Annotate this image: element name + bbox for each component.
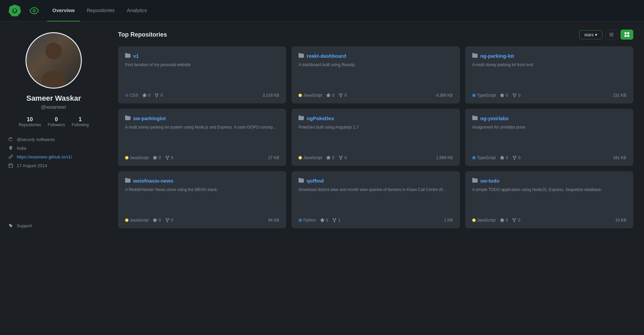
svg-rect-3 (625, 32, 627, 34)
repo-name[interactable]: sw-todo (480, 178, 500, 184)
repo-size: 1,999 KB (436, 155, 452, 160)
repo-size: 231 KB (613, 93, 626, 98)
grid-view-button[interactable] (621, 30, 633, 40)
following-label: Following (72, 123, 89, 127)
following-count: 1 (79, 116, 82, 123)
repo-name[interactable]: qoffmd (307, 178, 324, 184)
lang-dot (472, 94, 476, 97)
forks-group: 0 (338, 93, 347, 98)
eye-icon[interactable] (30, 6, 39, 15)
repo-card[interactable]: ng-ymirlabs Assignment for ymirlabs pune… (465, 109, 633, 166)
page-layout: Sameer Waskar @wsameer 10 Repositories 0… (0, 21, 644, 236)
repo-card-header: ng-ymirlabs (472, 115, 626, 122)
folder-icon (472, 115, 478, 122)
stat-following[interactable]: 1 Following (72, 116, 89, 127)
fork-count: 0 (171, 155, 173, 160)
forks-group: 0 (165, 155, 173, 160)
repo-card[interactable]: sw-todo A simple TODO application using … (465, 171, 633, 228)
repo-card[interactable]: weiofnasio-news A Reddit/Hacker News clo… (118, 171, 286, 228)
stat-repos[interactable]: 10 Repositories (19, 116, 41, 127)
repo-description: A Reddit/Hacker News clone using the MEA… (125, 187, 279, 213)
repo-grid: v1 First iteration of my personal websit… (118, 46, 633, 228)
folder-icon (472, 178, 478, 184)
lang-dot (125, 94, 128, 97)
repo-size: 94 KB (268, 218, 279, 223)
star-icon (500, 155, 504, 160)
fork-icon (512, 155, 517, 160)
repo-card-header: v1 (125, 53, 279, 59)
repos-count: 10 (27, 116, 33, 123)
website-link[interactable]: https://wsameer.github.io/v1/ (17, 154, 72, 159)
lang-name: Python (303, 218, 316, 223)
repo-description: PokeDex built using Angularjs 1.7 (299, 124, 452, 151)
username: Sameer Waskar (26, 94, 81, 103)
fork-icon (332, 218, 337, 223)
meta-company: @securly softwares (8, 137, 99, 142)
repo-card[interactable]: ng-parking-lot A multi storey parking lo… (465, 46, 633, 103)
lang-dot (472, 156, 476, 159)
star-count: 0 (148, 93, 151, 98)
followers-count: 0 (55, 116, 58, 123)
repo-footer: CSS 0 0 3,318 KB (125, 93, 279, 98)
repo-card[interactable]: ngPokeDex PokeDex built using Angularjs … (291, 109, 460, 166)
stat-followers[interactable]: 0 Followers (48, 116, 65, 127)
folder-icon (299, 53, 304, 59)
main-content: Top Repositories stars ▾ (107, 21, 644, 236)
forks-group: 0 (512, 155, 521, 160)
support-item[interactable]: Support (8, 223, 99, 228)
star-count: 0 (159, 218, 161, 223)
repo-language: JavaScript (125, 155, 149, 160)
repo-name[interactable]: sw-parkinglot (133, 115, 166, 121)
repo-card-header: qoffmd (299, 178, 452, 184)
repo-name[interactable]: weiofnasio-news (133, 178, 173, 184)
folder-icon (125, 53, 130, 59)
meta-location: India (8, 145, 99, 151)
stars-group: 0 (320, 218, 328, 223)
github-logo[interactable] (8, 4, 21, 17)
lang-dot (299, 94, 302, 97)
repo-footer: JavaScript 0 0 1,999 KB (299, 155, 452, 160)
repo-footer: JavaScript 0 0 4,366 KB (299, 93, 452, 98)
fork-count: 0 (171, 218, 173, 223)
company-value: @securly softwares (17, 137, 55, 142)
calendar-icon (8, 163, 13, 168)
repo-name[interactable]: ngPokeDex (307, 115, 334, 121)
repo-name[interactable]: reakt-dashboard (307, 53, 346, 59)
sort-label: stars (584, 32, 594, 37)
stars-group: 0 (500, 93, 508, 98)
stars-group: 0 (500, 218, 508, 223)
sidebar: Sameer Waskar @wsameer 10 Repositories 0… (0, 21, 107, 236)
star-icon (326, 93, 331, 98)
tab-repositories[interactable]: Repositories (82, 0, 120, 21)
sort-button[interactable]: stars ▾ (579, 30, 602, 39)
stars-group: 0 (153, 155, 161, 160)
tab-overview[interactable]: Overview (47, 0, 80, 21)
repo-card[interactable]: sw-parkinglot A multi storey parking lot… (118, 109, 286, 166)
section-title: Top Repositories (118, 31, 167, 38)
repo-language: TypeScript (472, 155, 496, 160)
list-view-button[interactable] (605, 30, 618, 40)
tag-icon (8, 223, 13, 228)
sidebar-footer: Support (8, 209, 99, 228)
meta-joined: 17 August 2014 (8, 163, 99, 168)
fork-count: 0 (344, 155, 347, 160)
meta-website[interactable]: https://wsameer.github.io/v1/ (8, 154, 99, 159)
repo-name[interactable]: v1 (133, 53, 139, 59)
repo-language: JavaScript (472, 218, 496, 223)
joined-value: 17 August 2014 (17, 163, 47, 168)
tab-analytics[interactable]: Analytics (121, 0, 152, 21)
repo-card[interactable]: qoffmd Download district wise and month … (291, 171, 460, 228)
link-icon (8, 154, 13, 159)
fork-count: 0 (518, 155, 521, 160)
repo-name[interactable]: ng-parking-lot (480, 53, 514, 59)
lang-dot (299, 156, 302, 159)
folder-icon (472, 53, 478, 59)
repo-card[interactable]: reakt-dashboard A dashboard built using … (291, 46, 460, 103)
forks-group: 1 (332, 218, 340, 223)
lang-dot (472, 219, 476, 222)
repo-card-header: ngPokeDex (299, 115, 452, 122)
repo-card[interactable]: v1 First iteration of my personal websit… (118, 46, 286, 103)
repo-name[interactable]: ng-ymirlabs (480, 115, 509, 121)
repo-description: Assignment for ymirlabs pune (472, 124, 626, 151)
top-nav: Overview Repositories Analytics (0, 0, 644, 21)
